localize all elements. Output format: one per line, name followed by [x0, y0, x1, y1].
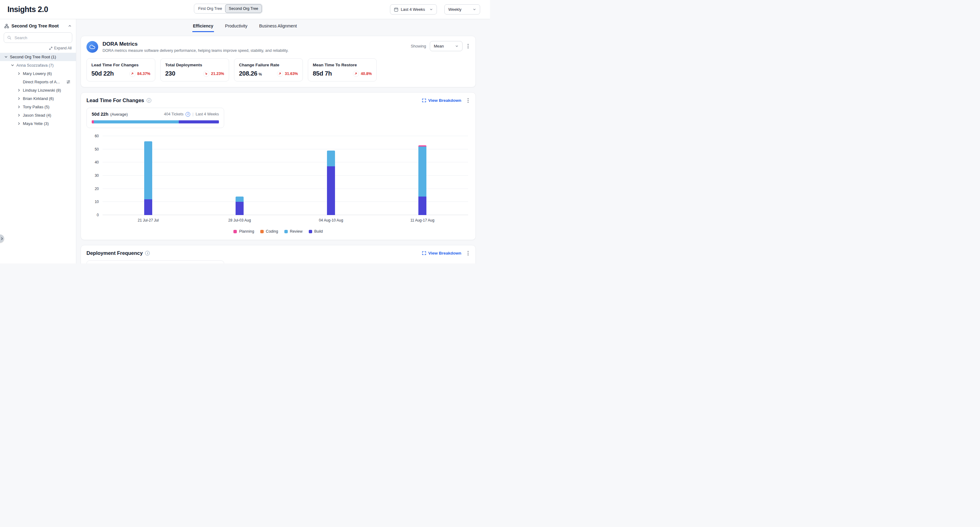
filter-sliders-icon[interactable]: [66, 80, 70, 84]
metric-card: Lead Time For Changes50d 22h84.37%: [86, 58, 155, 81]
legend-label: Review: [290, 229, 302, 233]
tree-item[interactable]: Lindsay Liszewski (8): [0, 86, 76, 94]
tree-item[interactable]: Maya Yette (3): [0, 119, 76, 128]
org-tree: Second Org Tree Root (1)Anna Scozzafava …: [0, 53, 76, 128]
info-icon[interactable]: i: [145, 251, 150, 256]
view-breakdown-label: View Breakdown: [428, 98, 461, 103]
chevron-right-icon[interactable]: [17, 72, 21, 75]
tree-item[interactable]: Jason Stead (4): [0, 111, 76, 119]
summary-tickets: 404 Tickets: [164, 112, 183, 116]
chart-bar[interactable]: [418, 145, 426, 215]
metric-value-row: 208.26%31.63%: [239, 70, 298, 77]
search-input[interactable]: [14, 35, 70, 40]
chart-plot-area: 0102030405060: [102, 136, 468, 215]
section-title: Lead Time For Changes: [86, 97, 144, 103]
chart-bars: [102, 136, 468, 215]
tree-item-label: Mary Lowery (6): [23, 71, 52, 76]
bar-segment-review: [144, 141, 152, 199]
main-content: Efficiency Productivity Business Alignme…: [76, 19, 490, 264]
tree-item[interactable]: Anna Scozzafava (7): [0, 61, 76, 70]
summary-period: Last 4 Weeks: [196, 112, 219, 116]
trend-up-icon: [353, 71, 359, 77]
bar-segment-build: [235, 202, 243, 215]
expand-all-button[interactable]: Expand All: [0, 44, 76, 53]
y-tick-label: 0: [97, 213, 99, 217]
tree-item[interactable]: Second Org Tree Root (1): [0, 53, 76, 61]
summary-divider: |: [192, 112, 193, 116]
tree-item[interactable]: Mary Lowery (6): [0, 70, 76, 78]
search-icon: [7, 35, 11, 40]
metric-card-title: Total Deployments: [165, 63, 224, 67]
search-box[interactable]: [4, 32, 72, 43]
summary-value: 50d 22h: [92, 112, 108, 117]
chevron-right-icon[interactable]: [17, 114, 21, 117]
chevron-right-icon[interactable]: [17, 89, 21, 92]
deployment-header-actions: View Breakdown: [422, 250, 470, 256]
first-org-tree-button[interactable]: First Org Tree: [195, 5, 225, 13]
tree-item[interactable]: Brian Kirkland (6): [0, 94, 76, 103]
y-tick-label: 60: [95, 134, 99, 138]
y-tick-label: 10: [95, 200, 99, 204]
trend-up-icon: [129, 71, 135, 77]
metric-delta-value: 40.8%: [361, 71, 372, 76]
deployment-frequency-card: Deployment Frequency i View Breakdown: [81, 245, 476, 264]
app-title: Insights 2.0: [7, 5, 48, 14]
chart-bar[interactable]: [144, 141, 152, 215]
tab-efficiency[interactable]: Efficiency: [192, 24, 214, 32]
period-select[interactable]: Last 4 Weeks: [390, 4, 437, 14]
view-breakdown-link[interactable]: View Breakdown: [422, 98, 461, 103]
dora-metrics-card: DORA Metrics DORA metrics measure softwa…: [81, 36, 476, 87]
tree-item[interactable]: Tony Pallas (5): [0, 103, 76, 111]
metric-delta-value: 21.23%: [211, 71, 224, 76]
chart-bar-slot: [102, 136, 194, 215]
legend-item: Review: [284, 229, 302, 233]
chevron-right-icon[interactable]: [17, 122, 21, 125]
chevron-down-icon[interactable]: [10, 63, 14, 67]
tree-item[interactable]: Direct Reports of A...: [0, 78, 76, 86]
legend-label: Planning: [239, 229, 254, 233]
deployment-header: Deployment Frequency i View Breakdown: [86, 250, 470, 256]
summary-bar-segment-build: [179, 120, 219, 124]
tree-item-label: Anna Scozzafava (7): [16, 63, 54, 68]
metric-value: 50d 22h: [91, 70, 114, 77]
chart-bar-slot: [194, 136, 285, 215]
granularity-select-value: Weekly: [448, 7, 461, 12]
trend-down-icon: [203, 71, 209, 77]
legend-label: Build: [314, 229, 323, 233]
tree-item-label: Brian Kirkland (6): [23, 96, 54, 101]
bar-segment-review: [418, 146, 426, 197]
dora-header: DORA Metrics DORA metrics measure softwa…: [86, 41, 470, 53]
chevron-down-icon[interactable]: [4, 55, 8, 59]
legend-item: Coding: [260, 229, 278, 233]
metric-value: 85d 7h: [313, 70, 332, 77]
tab-business-alignment[interactable]: Business Alignment: [258, 24, 298, 32]
chevron-right-icon[interactable]: [17, 105, 21, 109]
sidebar-collapse-handle[interactable]: [0, 235, 4, 243]
granularity-select[interactable]: Weekly: [444, 4, 480, 14]
chevron-up-icon[interactable]: [68, 24, 72, 28]
kebab-menu-icon[interactable]: [466, 97, 470, 103]
metric-delta-value: 31.63%: [285, 71, 298, 76]
metric-value: 208.26%: [239, 70, 262, 77]
chart-bar[interactable]: [327, 151, 335, 215]
chart-bar[interactable]: [235, 197, 243, 215]
lead-time-summary: 50d 22h (Average) 404 Tickets i | Last 4…: [86, 108, 224, 128]
metric-card-title: Change Failure Rate: [239, 63, 298, 67]
view-breakdown-link[interactable]: View Breakdown: [422, 251, 461, 256]
summary-top: 50d 22h (Average) 404 Tickets i | Last 4…: [92, 112, 219, 117]
legend-swatch: [309, 230, 312, 233]
info-icon[interactable]: i: [147, 98, 151, 103]
dora-description: DORA metrics measure software delivery p…: [102, 48, 289, 53]
calendar-icon: [394, 7, 398, 12]
kebab-menu-icon[interactable]: [466, 43, 470, 49]
tree-item-label: Direct Reports of A...: [23, 79, 60, 84]
deployment-summary-partial: [86, 260, 224, 264]
tab-productivity[interactable]: Productivity: [224, 24, 248, 32]
chevron-right-icon[interactable]: [17, 97, 21, 100]
y-tick-label: 40: [95, 160, 99, 165]
info-icon[interactable]: i: [186, 112, 190, 117]
metric-card: Change Failure Rate208.26%31.63%: [234, 58, 303, 81]
showing-select[interactable]: Mean: [430, 41, 463, 51]
second-org-tree-button[interactable]: Second Org Tree: [225, 5, 261, 13]
kebab-menu-icon[interactable]: [466, 250, 470, 256]
